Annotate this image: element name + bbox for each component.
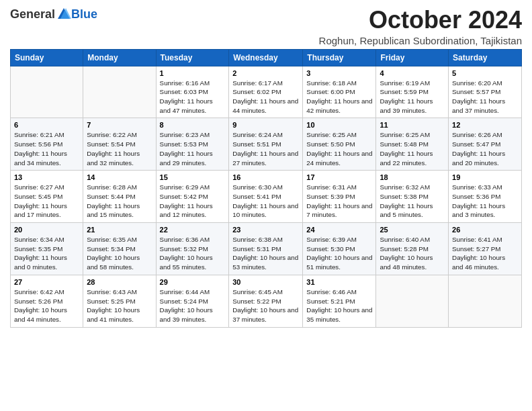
day-detail: Sunrise: 6:27 AMSunset: 5:45 PMDaylight:…: [14, 183, 79, 220]
day-detail: Sunrise: 6:36 AMSunset: 5:32 PMDaylight:…: [160, 235, 226, 272]
day-detail: Sunrise: 6:25 AMSunset: 5:48 PMDaylight:…: [380, 130, 445, 167]
day-number: 16: [232, 173, 299, 181]
day-detail: Sunrise: 6:26 AMSunset: 5:47 PMDaylight:…: [452, 130, 518, 167]
calendar-cell: 15Sunrise: 6:29 AMSunset: 5:42 PMDayligh…: [156, 171, 229, 223]
day-number: 30: [232, 278, 299, 286]
calendar-cell: 26Sunrise: 6:41 AMSunset: 5:27 PMDayligh…: [449, 223, 522, 275]
weekday-header-wednesday: Wednesday: [229, 49, 303, 66]
day-number: 10: [306, 121, 372, 129]
day-number: 24: [306, 226, 372, 234]
day-detail: Sunrise: 6:22 AMSunset: 5:54 PMDaylight:…: [87, 130, 152, 167]
day-number: 17: [306, 173, 372, 181]
weekday-header-friday: Friday: [376, 49, 449, 66]
day-number: 2: [232, 69, 299, 77]
calendar-cell: 25Sunrise: 6:40 AMSunset: 5:28 PMDayligh…: [376, 223, 449, 275]
day-number: 28: [87, 278, 152, 286]
weekday-header-tuesday: Tuesday: [156, 49, 229, 66]
day-detail: Sunrise: 6:25 AMSunset: 5:50 PMDaylight:…: [306, 130, 372, 167]
day-number: 13: [14, 173, 79, 181]
day-detail: Sunrise: 6:33 AMSunset: 5:36 PMDaylight:…: [452, 183, 518, 220]
calendar-cell: [11, 66, 83, 118]
day-detail: Sunrise: 6:17 AMSunset: 6:02 PMDaylight:…: [232, 79, 299, 116]
day-detail: Sunrise: 6:29 AMSunset: 5:42 PMDaylight:…: [160, 183, 226, 220]
calendar-cell: [376, 275, 449, 327]
day-detail: Sunrise: 6:32 AMSunset: 5:38 PMDaylight:…: [380, 183, 445, 220]
day-detail: Sunrise: 6:28 AMSunset: 5:44 PMDaylight:…: [87, 183, 152, 220]
calendar-cell: 31Sunrise: 6:46 AMSunset: 5:21 PMDayligh…: [303, 275, 376, 327]
month-title: October 2024: [319, 7, 522, 34]
day-number: 11: [380, 121, 445, 129]
day-detail: Sunrise: 6:24 AMSunset: 5:51 PMDaylight:…: [232, 130, 299, 167]
day-number: 22: [160, 226, 226, 234]
day-number: 3: [306, 69, 372, 77]
logo-icon: [56, 7, 71, 21]
calendar-cell: 21Sunrise: 6:35 AMSunset: 5:34 PMDayligh…: [83, 223, 156, 275]
day-number: 18: [380, 173, 445, 181]
day-number: 4: [380, 69, 445, 77]
weekday-header-row: SundayMondayTuesdayWednesdayThursdayFrid…: [11, 49, 522, 66]
logo-general: General: [10, 7, 55, 21]
day-number: 15: [160, 173, 226, 181]
weekday-header-saturday: Saturday: [449, 49, 522, 66]
day-number: 19: [452, 173, 518, 181]
calendar-week-row: 6Sunrise: 6:21 AMSunset: 5:56 PMDaylight…: [11, 118, 522, 171]
day-detail: Sunrise: 6:45 AMSunset: 5:22 PMDaylight:…: [232, 287, 299, 324]
day-number: 9: [232, 121, 299, 129]
day-detail: Sunrise: 6:35 AMSunset: 5:34 PMDaylight:…: [87, 235, 152, 272]
calendar-cell: 22Sunrise: 6:36 AMSunset: 5:32 PMDayligh…: [156, 223, 229, 275]
location-title: Roghun, Republican Subordination, Tajiki…: [319, 35, 522, 46]
calendar-cell: 17Sunrise: 6:31 AMSunset: 5:39 PMDayligh…: [303, 171, 376, 223]
day-detail: Sunrise: 6:19 AMSunset: 5:59 PMDaylight:…: [380, 79, 445, 116]
day-detail: Sunrise: 6:23 AMSunset: 5:53 PMDaylight:…: [160, 130, 226, 167]
day-number: 23: [232, 226, 299, 234]
calendar-cell: 10Sunrise: 6:25 AMSunset: 5:50 PMDayligh…: [303, 118, 376, 171]
calendar-cell: 13Sunrise: 6:27 AMSunset: 5:45 PMDayligh…: [11, 171, 83, 223]
day-detail: Sunrise: 6:41 AMSunset: 5:27 PMDaylight:…: [452, 235, 518, 272]
calendar-cell: 14Sunrise: 6:28 AMSunset: 5:44 PMDayligh…: [83, 171, 156, 223]
day-detail: Sunrise: 6:18 AMSunset: 6:00 PMDaylight:…: [306, 79, 372, 116]
day-detail: Sunrise: 6:16 AMSunset: 6:03 PMDaylight:…: [160, 79, 226, 116]
calendar-cell: 28Sunrise: 6:43 AMSunset: 5:25 PMDayligh…: [83, 275, 156, 327]
calendar-cell: 29Sunrise: 6:44 AMSunset: 5:24 PMDayligh…: [156, 275, 229, 327]
day-number: 6: [14, 121, 79, 129]
calendar-cell: 24Sunrise: 6:39 AMSunset: 5:30 PMDayligh…: [303, 223, 376, 275]
day-detail: Sunrise: 6:44 AMSunset: 5:24 PMDaylight:…: [160, 287, 226, 324]
calendar-week-row: 27Sunrise: 6:42 AMSunset: 5:26 PMDayligh…: [11, 275, 522, 327]
day-detail: Sunrise: 6:38 AMSunset: 5:31 PMDaylight:…: [232, 235, 299, 272]
calendar-cell: 19Sunrise: 6:33 AMSunset: 5:36 PMDayligh…: [449, 171, 522, 223]
calendar-cell: 20Sunrise: 6:34 AMSunset: 5:35 PMDayligh…: [11, 223, 83, 275]
day-number: 7: [87, 121, 152, 129]
weekday-header-thursday: Thursday: [303, 49, 376, 66]
day-number: 21: [87, 226, 152, 234]
calendar-cell: 6Sunrise: 6:21 AMSunset: 5:56 PMDaylight…: [11, 118, 83, 171]
calendar-cell: [449, 275, 522, 327]
calendar-cell: 4Sunrise: 6:19 AMSunset: 5:59 PMDaylight…: [376, 66, 449, 118]
day-detail: Sunrise: 6:21 AMSunset: 5:56 PMDaylight:…: [14, 130, 79, 167]
calendar-cell: 30Sunrise: 6:45 AMSunset: 5:22 PMDayligh…: [229, 275, 303, 327]
day-number: 26: [452, 226, 518, 234]
calendar-cell: 18Sunrise: 6:32 AMSunset: 5:38 PMDayligh…: [376, 171, 449, 223]
calendar-cell: 5Sunrise: 6:20 AMSunset: 5:57 PMDaylight…: [449, 66, 522, 118]
day-number: 12: [452, 121, 518, 129]
logo: General Blue: [10, 7, 97, 21]
title-block: October 2024 Roghun, Republican Subordin…: [319, 7, 522, 46]
calendar-page: General Blue October 2024 Roghun, Republ…: [0, 0, 532, 411]
day-detail: Sunrise: 6:20 AMSunset: 5:57 PMDaylight:…: [452, 79, 518, 116]
day-detail: Sunrise: 6:40 AMSunset: 5:28 PMDaylight:…: [380, 235, 445, 272]
day-detail: Sunrise: 6:43 AMSunset: 5:25 PMDaylight:…: [87, 287, 152, 324]
calendar-cell: [83, 66, 156, 118]
day-detail: Sunrise: 6:34 AMSunset: 5:35 PMDaylight:…: [14, 235, 79, 272]
day-detail: Sunrise: 6:46 AMSunset: 5:21 PMDaylight:…: [306, 287, 372, 324]
day-number: 27: [14, 278, 79, 286]
day-detail: Sunrise: 6:31 AMSunset: 5:39 PMDaylight:…: [306, 183, 372, 220]
day-number: 20: [14, 226, 79, 234]
day-number: 8: [160, 121, 226, 129]
calendar-cell: 23Sunrise: 6:38 AMSunset: 5:31 PMDayligh…: [229, 223, 303, 275]
calendar-cell: 8Sunrise: 6:23 AMSunset: 5:53 PMDaylight…: [156, 118, 229, 171]
day-number: 31: [306, 278, 372, 286]
day-detail: Sunrise: 6:39 AMSunset: 5:30 PMDaylight:…: [306, 235, 372, 272]
day-number: 1: [160, 69, 226, 77]
calendar-cell: 9Sunrise: 6:24 AMSunset: 5:51 PMDaylight…: [229, 118, 303, 171]
calendar-cell: 2Sunrise: 6:17 AMSunset: 6:02 PMDaylight…: [229, 66, 303, 118]
day-detail: Sunrise: 6:42 AMSunset: 5:26 PMDaylight:…: [14, 287, 79, 324]
